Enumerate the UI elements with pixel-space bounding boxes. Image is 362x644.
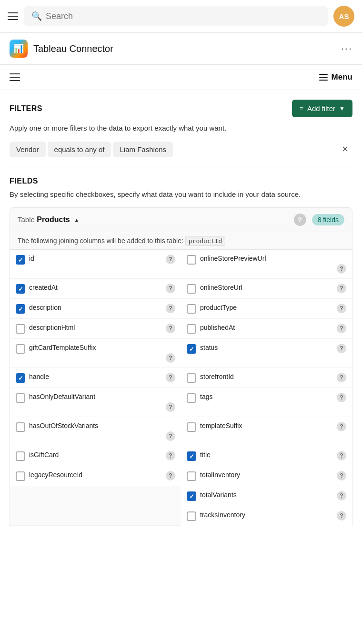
field-checkbox-descriptionHtml[interactable]	[16, 324, 25, 334]
field-checkbox-hasOutOfStockVariants[interactable]	[16, 422, 25, 432]
field-label-tracksInventory: tracksInventory	[200, 511, 333, 519]
field-row-title: title ?	[181, 446, 352, 466]
field-checkbox-storefrontId[interactable]	[187, 373, 196, 383]
field-help-templateSuffix[interactable]: ?	[337, 422, 346, 431]
field-label-isGiftCard: isGiftCard	[29, 451, 162, 459]
field-checkbox-description[interactable]	[16, 304, 25, 314]
fields-description: By selecting specific checkboxes, specif…	[10, 189, 352, 200]
add-filter-button[interactable]: ≡ Add filter ▼	[292, 100, 352, 117]
app-header: 📊 Tableau Connector ···	[0, 33, 362, 65]
field-checkbox-legacyResourceId[interactable]	[16, 471, 25, 481]
field-help-hasOutOfStockVariants[interactable]: ?	[166, 431, 175, 441]
app-icon: 📊	[10, 40, 28, 58]
field-label-legacyResourceId: legacyResourceId	[29, 471, 162, 479]
field-label-title: title	[200, 451, 333, 459]
field-checkbox-totalInventory[interactable]	[187, 471, 196, 481]
filters-description: Apply one or more filters to the data to…	[10, 123, 352, 134]
field-label-storefrontId: storefrontId	[200, 373, 333, 380]
filter-close-button[interactable]: ✕	[338, 142, 352, 156]
avatar[interactable]: AS	[333, 6, 354, 27]
sub-menu-icon[interactable]	[10, 73, 20, 81]
filter-condition-tag[interactable]: equals to any of	[48, 142, 111, 157]
field-checkbox-createdAt[interactable]	[16, 284, 25, 294]
field-label-templateSuffix: templateSuffix	[200, 422, 333, 429]
field-row-hasOnlyDefaultVariant: hasOnlyDefaultVariant ?	[10, 388, 181, 417]
joining-column: productId	[185, 236, 225, 246]
section-divider	[10, 167, 352, 167]
field-help-status[interactable]: ?	[337, 344, 346, 353]
field-row-status: status ?	[181, 339, 352, 368]
filter-value-tag[interactable]: Liam Fashions	[113, 142, 173, 157]
field-help-onlineStoreUrl[interactable]: ?	[337, 284, 346, 293]
table-name: Products	[37, 215, 70, 224]
field-checkbox-productType[interactable]	[187, 304, 196, 314]
dropdown-arrow-icon: ▼	[339, 105, 345, 112]
field-help-tracksInventory[interactable]: ?	[337, 511, 346, 521]
field-help-isGiftCard[interactable]: ?	[166, 451, 175, 460]
field-checkbox-tags[interactable]	[187, 393, 196, 403]
field-checkbox-handle[interactable]	[16, 373, 25, 383]
field-label-handle: handle	[29, 373, 162, 380]
field-label-hasOutOfStockVariants: hasOutOfStockVariants	[29, 422, 175, 429]
search-box[interactable]: 🔍	[24, 6, 328, 26]
field-checkbox-status[interactable]	[187, 344, 196, 354]
field-row-tags: tags ?	[181, 388, 352, 417]
field-checkbox-isGiftCard[interactable]	[16, 451, 25, 461]
field-row-giftCardTemplateSuffix: giftCardTemplateSuffix ?	[10, 339, 181, 368]
menu-icon[interactable]	[8, 12, 18, 20]
field-help-hasOnlyDefaultVariant[interactable]: ?	[166, 402, 175, 412]
table-help-icon[interactable]: ?	[294, 214, 306, 226]
field-row-legacyResourceId: legacyResourceId ?	[10, 466, 181, 486]
field-help-handle[interactable]: ?	[166, 373, 175, 382]
field-help-title[interactable]: ?	[337, 451, 346, 460]
menu-button[interactable]: Menu	[319, 72, 352, 82]
search-icon: 🔍	[31, 11, 42, 21]
field-checkbox-tracksInventory[interactable]	[187, 511, 196, 521]
field-help-createdAt[interactable]: ?	[166, 284, 175, 293]
search-input[interactable]	[46, 11, 320, 21]
field-checkbox-onlineStorePreviewUrl[interactable]	[187, 255, 196, 265]
field-checkbox-hasOnlyDefaultVariant[interactable]	[16, 393, 25, 403]
sub-nav: Menu	[0, 65, 362, 90]
fields-badge: 8 fields	[312, 214, 344, 225]
field-row-descriptionHtml: descriptionHtml ?	[10, 319, 181, 339]
field-help-legacyResourceId[interactable]: ?	[166, 471, 175, 480]
field-help-totalInventory[interactable]: ?	[337, 471, 346, 480]
main-content: FILTERS ≡ Add filter ▼ Apply one or more…	[0, 90, 362, 536]
field-help-productType[interactable]: ?	[337, 304, 346, 313]
app-title-group: 📊 Tableau Connector	[10, 40, 113, 58]
field-help-giftCardTemplateSuffix[interactable]: ?	[166, 353, 175, 363]
more-options-button[interactable]: ···	[341, 42, 352, 55]
field-label-onlineStoreUrl: onlineStoreUrl	[200, 284, 333, 291]
field-checkbox-onlineStoreUrl[interactable]	[187, 284, 196, 294]
field-label-totalVariants: totalVariants	[200, 491, 333, 499]
table-label: Table	[18, 215, 35, 224]
field-help-totalVariants[interactable]: ?	[337, 491, 346, 501]
field-row-tracksInventory: tracksInventory ?	[181, 506, 352, 526]
field-help-description[interactable]: ?	[166, 304, 175, 313]
field-help-descriptionHtml[interactable]: ?	[166, 324, 175, 333]
filter-vendor-tag[interactable]: Vendor	[10, 142, 46, 157]
field-checkbox-title[interactable]	[187, 451, 196, 461]
field-content-giftCardTemplateSuffix: giftCardTemplateSuffix ?	[29, 344, 175, 363]
table-sort-icon[interactable]: ▲	[74, 217, 80, 224]
field-help-tags[interactable]: ?	[337, 393, 346, 402]
table-header: Table Products ▲ ? 8 fields	[10, 207, 352, 232]
field-help-id[interactable]: ?	[166, 255, 175, 264]
field-help-publishedAt[interactable]: ?	[337, 324, 346, 333]
field-row-id: id ?	[10, 250, 181, 279]
joining-notice: The following joining columns will be ad…	[10, 232, 352, 250]
field-checkbox-giftCardTemplateSuffix[interactable]	[16, 344, 25, 354]
field-help-storefrontId[interactable]: ?	[337, 373, 346, 382]
field-checkbox-templateSuffix[interactable]	[187, 422, 196, 432]
field-help-onlineStorePreviewUrl[interactable]: ?	[337, 264, 346, 274]
field-row-onlineStorePreviewUrl: onlineStorePreviewUrl ?	[181, 250, 352, 279]
field-checkbox-totalVariants[interactable]	[187, 491, 196, 501]
field-checkbox-publishedAt[interactable]	[187, 324, 196, 334]
field-row-description: description ?	[10, 299, 181, 319]
field-content-hasOnlyDefaultVariant: hasOnlyDefaultVariant ?	[29, 393, 175, 412]
table-name-group: Table Products ▲	[18, 215, 80, 224]
field-checkbox-id[interactable]	[16, 255, 25, 265]
field-label-tags: tags	[200, 393, 333, 400]
field-row-empty-left	[10, 486, 181, 506]
